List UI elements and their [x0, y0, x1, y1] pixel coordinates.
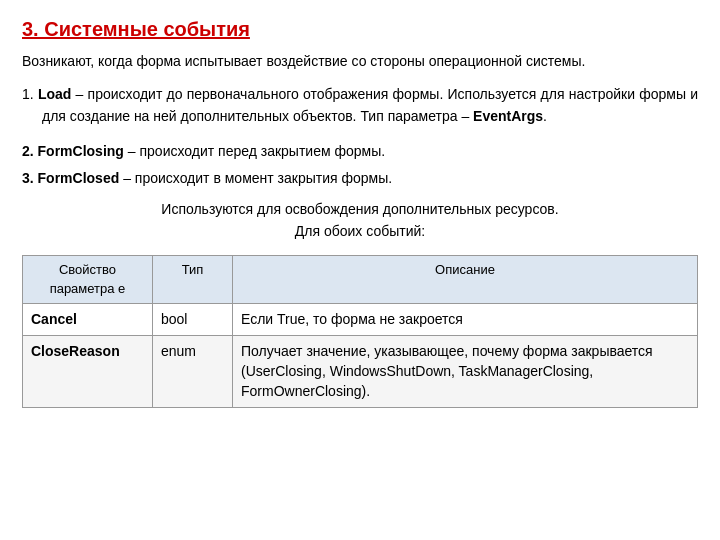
- form-closing-block: 2. FormClosing – происходит перед закрыт…: [22, 141, 698, 162]
- item1-text2: .: [543, 108, 547, 124]
- usage-line1: Используются для освобождения дополнител…: [22, 199, 698, 221]
- col-header-property: Свойство параметра e: [23, 255, 153, 304]
- table-header-row: Свойство параметра e Тип Описание: [23, 255, 698, 304]
- table-row: CloseReason enum Получает значение, указ…: [23, 335, 698, 407]
- item1-text1: – происходит до первоначального отображе…: [42, 86, 698, 124]
- main-title: 3. Системные события: [22, 18, 698, 41]
- table-row: Cancel bool Если True, то форма не закро…: [23, 304, 698, 335]
- col-header-desc: Описание: [233, 255, 698, 304]
- page: 3. Системные события Возникают, когда фо…: [0, 0, 720, 540]
- usage-block: Используются для освобождения дополнител…: [22, 199, 698, 242]
- usage-line2: Для обоих событий:: [22, 221, 698, 243]
- item1-term: EventArgs: [473, 108, 543, 124]
- row2-type: enum: [153, 335, 233, 407]
- form-closed-text: – происходит в момент закрытия формы.: [119, 170, 392, 186]
- properties-table: Свойство параметра e Тип Описание Cancel…: [22, 255, 698, 408]
- intro-text: Возникают, когда форма испытывает воздей…: [22, 51, 698, 72]
- item1-number: 1.: [22, 86, 34, 102]
- form-closed-label: 3. FormClosed: [22, 170, 119, 186]
- item1-label: Load: [38, 86, 71, 102]
- row2-property: CloseReason: [23, 335, 153, 407]
- form-closing-text: – происходит перед закрытием формы.: [124, 143, 385, 159]
- col-header-type: Тип: [153, 255, 233, 304]
- row1-desc: Если True, то форма не закроется: [233, 304, 698, 335]
- form-closed-block: 3. FormClosed – происходит в момент закр…: [22, 168, 698, 189]
- item1-block: 1. Load – происходит до первоначального …: [22, 84, 698, 127]
- form-closing-label: 2. FormClosing: [22, 143, 124, 159]
- row1-type: bool: [153, 304, 233, 335]
- row1-property: Cancel: [23, 304, 153, 335]
- row2-desc: Получает значение, указывающее, почему ф…: [233, 335, 698, 407]
